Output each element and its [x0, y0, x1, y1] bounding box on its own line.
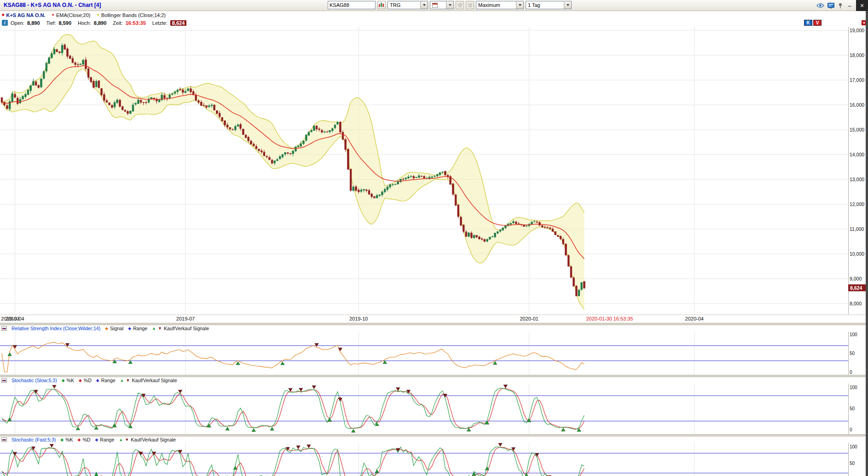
stochastic-slow-legend: Stochastic (Slow;5;3) ◆ %K ◆ %D ◆ Range …: [0, 377, 868, 384]
stochastic-fast-canvas[interactable]: 10050: [0, 443, 868, 476]
chevron-down-icon: [564, 1, 571, 9]
order-buttons: K V: [804, 20, 822, 26]
open-value: 8,890: [27, 20, 40, 26]
time-axis-label: 2020-01: [518, 316, 541, 321]
legend-item-signals[interactable]: ▲ ▼ Kauf/Verkauf Signale: [152, 326, 209, 331]
circle-icon: ●: [52, 13, 54, 17]
legend-label: Range: [100, 437, 114, 442]
svg-text:10,000: 10,000: [850, 251, 864, 257]
buy-triangle-icon: ▲: [120, 379, 124, 383]
toolbar: KSAG88 - K+S AG NA O.N. - Chart [4] TRG …: [0, 0, 868, 11]
close-icon[interactable]: ×: [856, 0, 868, 11]
buy-button[interactable]: K: [804, 20, 812, 26]
indicator-title[interactable]: Stochastic (Slow;5;3): [12, 378, 57, 383]
legend-label: Kauf/Verkauf Signale: [131, 437, 176, 442]
price-chart-canvas[interactable]: 8,0009,00010,00011,00012,00013,00014,000…: [0, 27, 868, 315]
time-axis-label: 2020-04: [683, 316, 706, 321]
legend-item[interactable]: ◆ %K: [62, 378, 74, 383]
disabled-tool-button-1[interactable]: [456, 1, 464, 9]
stochastic-slow-canvas[interactable]: 100500: [0, 384, 868, 434]
time-label: Zeit:: [113, 20, 122, 26]
sell-triangle-icon: ▼: [126, 379, 130, 383]
legend-item-series[interactable]: ■ K+S AG NA O.N.: [2, 12, 46, 18]
sell-triangle-icon: ▼: [158, 327, 162, 331]
range-dropdown-value: Maximum: [476, 2, 516, 8]
legend-item[interactable]: ◆ Signal: [105, 326, 123, 331]
svg-text:19,000: 19,000: [850, 28, 864, 33]
chevron-down-icon: [516, 1, 523, 9]
sell-button[interactable]: V: [813, 20, 822, 26]
indicator-title[interactable]: Stochastic (Fast;5;3): [12, 437, 56, 442]
range-dropdown[interactable]: Maximum: [476, 1, 524, 9]
svg-text:12,000: 12,000: [850, 201, 864, 207]
diamond-icon: ◆: [79, 379, 82, 383]
svg-text:15,000: 15,000: [850, 127, 864, 132]
info-icon[interactable]: i: [2, 20, 8, 26]
minimize-icon[interactable]: –: [846, 2, 853, 9]
chevron-down-icon: [446, 1, 453, 9]
legend-label: %K: [65, 437, 73, 442]
legend-label: %D: [82, 437, 90, 442]
indicator-icon: [1, 437, 7, 442]
svg-text:8,624: 8,624: [850, 285, 862, 291]
svg-text:100: 100: [850, 332, 857, 337]
indicator-title[interactable]: Relative Strength Index (Close;Wilder;14…: [12, 326, 100, 331]
right-edge-strip: [866, 11, 868, 476]
svg-text:50: 50: [850, 461, 855, 466]
trg-dropdown-value: TRG: [388, 2, 420, 8]
legend-item-signals[interactable]: ▲ ▼ Kauf/Verkauf Signale: [120, 378, 177, 383]
svg-text:14,000: 14,000: [850, 152, 864, 157]
legend-label: Range: [133, 326, 147, 331]
legend-label: Kauf/Verkauf Signale: [164, 326, 209, 331]
legend-item-bollinger[interactable]: ● Bollinger Bands (Close;14;2): [97, 12, 166, 18]
disabled-tool-button-2[interactable]: [466, 1, 474, 9]
diamond-icon: ◆: [96, 379, 99, 383]
buy-triangle-icon: ▲: [119, 438, 123, 442]
rsi-legend: Relative Strength Index (Close;Wilder;14…: [0, 325, 868, 332]
stochastic-fast-legend: Stochastic (Fast;5;3) ◆ %K ◆ %D ◆ Range …: [0, 436, 868, 443]
legend-item[interactable]: ◆ Range: [95, 437, 114, 442]
circle-icon: ●: [97, 13, 99, 17]
legend-item[interactable]: ◆ Range: [128, 326, 147, 331]
time-axis-label: 2019-04: [4, 316, 27, 321]
buy-triangle-icon: ▲: [152, 327, 156, 331]
diamond-icon: ◆: [62, 379, 65, 383]
time-value: 16:53:35: [126, 20, 146, 26]
legend-label: %D: [84, 378, 92, 383]
legend-item[interactable]: ◆ Range: [96, 378, 116, 383]
trg-dropdown[interactable]: TRG: [388, 1, 428, 9]
indicator-icon: [1, 326, 7, 331]
high-label: Hoch:: [78, 20, 91, 26]
eye-icon[interactable]: [816, 3, 824, 8]
indicator-icon: [1, 378, 7, 383]
diamond-icon: ◆: [105, 327, 108, 331]
legend-item-signals[interactable]: ▲ ▼ Kauf/Verkauf Signale: [119, 437, 176, 442]
window-layout-icon[interactable]: [827, 3, 834, 9]
diamond-icon: ◆: [78, 438, 81, 442]
legend-item-ema[interactable]: ● EMA(Close;20): [52, 12, 91, 18]
legend-item[interactable]: ◆ %D: [78, 437, 91, 442]
svg-text:13,000: 13,000: [850, 177, 864, 182]
window-title: KSAG88 - K+S AG NA O.N. - Chart [4]: [4, 2, 101, 8]
legend-label: Signal: [110, 326, 123, 331]
period-dropdown-value: 1 Tag: [526, 2, 564, 8]
chart-icon-button[interactable]: [377, 1, 386, 9]
calendar-dropdown[interactable]: [430, 1, 454, 9]
application-window: KSAG88 - K+S AG NA O.N. - Chart [4] TRG …: [0, 0, 868, 476]
diamond-icon: ◆: [60, 438, 64, 442]
diamond-icon: ◆: [128, 327, 131, 331]
legend-item[interactable]: ◆ %K: [60, 437, 73, 442]
legend-item[interactable]: ◆ %D: [79, 378, 92, 383]
svg-text:50: 50: [850, 406, 855, 411]
svg-text:0: 0: [850, 370, 852, 375]
symbol-input[interactable]: [328, 1, 376, 9]
chevron-down-icon: [420, 1, 428, 9]
time-axis-label: 2019-07: [174, 316, 197, 321]
svg-text:0: 0: [850, 427, 852, 432]
svg-text:9,000: 9,000: [850, 276, 862, 281]
pin-icon[interactable]: [838, 3, 843, 9]
toolbar-controls: TRG Maximum 1 Tag: [328, 1, 572, 9]
period-dropdown[interactable]: 1 Tag: [526, 1, 572, 9]
svg-text:50: 50: [850, 351, 855, 356]
rsi-canvas[interactable]: 100500: [0, 332, 868, 375]
